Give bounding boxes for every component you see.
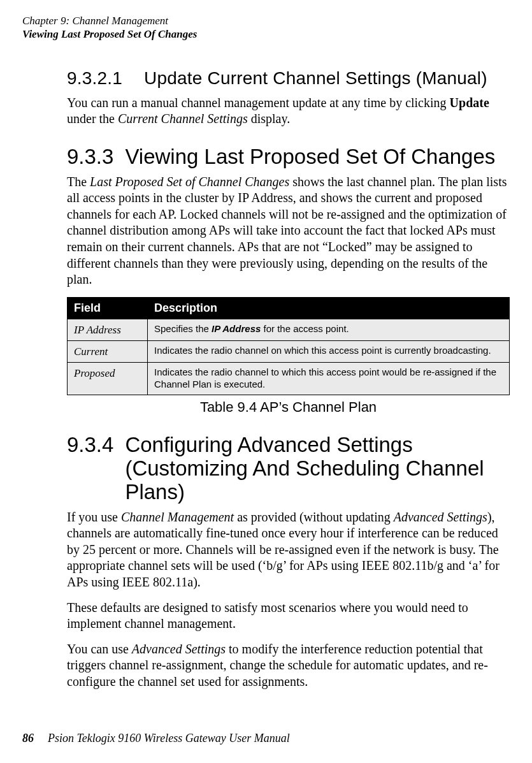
cell-description: Specifies the IP Address for the access … (148, 319, 510, 340)
text: You can use (67, 642, 132, 656)
paragraph: You can use Advanced Settings to modify … (67, 641, 510, 690)
table-caption: Table 9.4 AP’s Channel Plan (67, 399, 510, 416)
text-bold: Update (450, 96, 489, 110)
heading-number: 9.3.3 (67, 145, 113, 169)
col-header-field: Field (68, 297, 148, 319)
text: Indicates the radio channel on which thi… (154, 345, 491, 356)
cell-field: Proposed (68, 363, 148, 395)
text-italic: Advanced Settings (132, 642, 226, 656)
text: for the access point. (261, 323, 349, 334)
text: as provided (without updating (234, 510, 394, 524)
heading-9-3-2-1: 9.3.2.1 Update Current Channel Settings … (67, 68, 510, 89)
cell-description: Indicates the radio channel on which thi… (148, 341, 510, 363)
text-italic: Last Proposed Set of Channel Changes (90, 175, 289, 189)
table-row: Proposed Indicates the radio channel to … (68, 363, 510, 395)
cell-field: IP Address (68, 319, 148, 340)
heading-title: Viewing Last Proposed Set Of Changes (125, 145, 495, 169)
paragraph: The Last Proposed Set of Channel Changes… (67, 174, 510, 288)
cell-description: Indicates the radio channel to which thi… (148, 363, 510, 395)
text-bold-italic: IP Address (212, 323, 261, 334)
page-footer: 86 Psion Teklogix 9160 Wireless Gateway … (22, 732, 510, 745)
text: The (67, 175, 90, 189)
text: Specifies the (154, 323, 212, 334)
running-header: Chapter 9: Channel Management Viewing La… (22, 14, 510, 41)
text: display. (248, 112, 290, 126)
page-number: 86 (22, 732, 34, 745)
header-chapter: Chapter 9: Channel Management (22, 14, 510, 27)
paragraph: If you use Channel Management as provide… (67, 509, 510, 591)
text: If you use (67, 510, 121, 524)
table-row: Current Indicates the radio channel on w… (68, 341, 510, 363)
heading-9-3-3: 9.3.3 Viewing Last Proposed Set Of Chang… (67, 145, 510, 169)
heading-title: Configuring Advanced Settings (Customizi… (125, 433, 510, 504)
text: You can run a manual channel management … (67, 96, 450, 110)
heading-title: Update Current Channel Settings (Manual) (144, 68, 487, 89)
table-header-row: Field Description (68, 297, 510, 319)
cell-field: Current (68, 341, 148, 363)
text: under the (67, 112, 118, 126)
heading-number: 9.3.4 (67, 433, 113, 457)
text: Indicates the radio channel to which thi… (154, 367, 496, 389)
header-section: Viewing Last Proposed Set Of Changes (22, 27, 510, 41)
table-row: IP Address Specifies the IP Address for … (68, 319, 510, 340)
paragraph: You can run a manual channel management … (67, 95, 510, 127)
col-header-description: Description (148, 297, 510, 319)
heading-9-3-4: 9.3.4 Configuring Advanced Settings (Cus… (67, 433, 510, 504)
channel-plan-table: Field Description IP Address Specifies t… (67, 297, 510, 395)
text-italic: Channel Management (121, 510, 234, 524)
text-italic: Current Channel Settings (118, 112, 248, 126)
text-italic: Advanced Settings (394, 510, 487, 524)
heading-number: 9.3.2.1 (67, 68, 122, 89)
manual-title: Psion Teklogix 9160 Wireless Gateway Use… (48, 732, 290, 745)
paragraph: These defaults are designed to satisfy m… (67, 600, 510, 632)
text: shows the last channel plan. The plan li… (67, 175, 507, 287)
